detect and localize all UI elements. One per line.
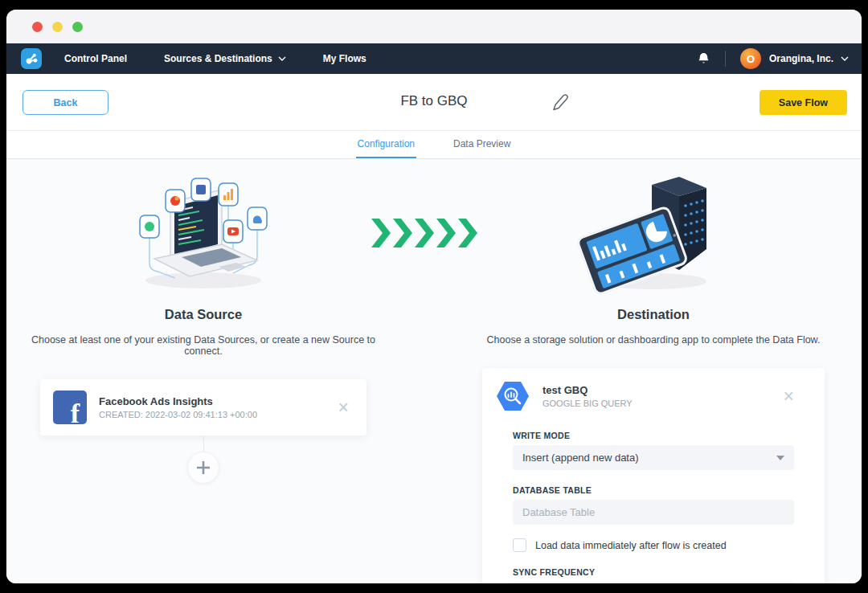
tab-bar: Configuration Data Preview <box>6 130 862 159</box>
nav-item-control-panel[interactable]: Control Panel <box>64 53 127 64</box>
nav-item-my-flows[interactable]: My Flows <box>323 53 366 64</box>
nav-item-label: My Flows <box>323 53 366 64</box>
account-avatar[interactable]: O <box>740 48 761 69</box>
flow-canvas: Data Source Choose at least one of your … <box>6 159 862 583</box>
source-card-text: Facebook Ads Insights CREATED: 2022-03-0… <box>99 395 257 419</box>
nav-right-section: O Orangina, Inc. <box>697 48 849 69</box>
flow-title-wrap: FB to GBQ <box>6 93 862 109</box>
database-table-input[interactable] <box>522 506 784 518</box>
brand-logo[interactable] <box>21 48 42 69</box>
destination-card-gbq: test GBQ GOOGLE BIG QUERY × WRITE MODE I… <box>482 368 825 583</box>
connector-line <box>203 436 204 452</box>
destination-illustration <box>476 167 831 296</box>
load-immediately-row[interactable]: Load data immediately after flow is crea… <box>513 538 794 552</box>
avatar-letter: O <box>747 53 755 65</box>
data-source-column: Data Source Choose at least one of your … <box>16 159 391 484</box>
plus-icon <box>196 460 211 475</box>
pencil-icon[interactable] <box>550 92 569 112</box>
zoom-window-button[interactable] <box>72 22 83 32</box>
source-card-title: Facebook Ads Insights <box>99 395 257 407</box>
destination-card-header: test GBQ GOOGLE BIG QUERY × <box>495 380 794 412</box>
nav-divider <box>725 51 726 67</box>
database-table-field <box>513 500 794 525</box>
account-name[interactable]: Orangina, Inc. <box>769 53 833 64</box>
bell-icon[interactable] <box>697 51 710 66</box>
chevron-down-icon[interactable] <box>841 56 849 61</box>
nav-item-label: Sources & Destinations <box>164 53 272 64</box>
destination-card-text: test GBQ GOOGLE BIG QUERY <box>542 384 633 408</box>
save-flow-button[interactable]: Save Flow <box>760 90 847 115</box>
data-source-heading: Data Source <box>16 307 391 322</box>
sync-frequency-select[interactable]: Daily <box>513 582 794 583</box>
destination-heading: Destination <box>476 307 831 322</box>
back-button[interactable]: Back <box>23 90 108 115</box>
chevron-down-icon <box>776 456 784 460</box>
close-window-button[interactable] <box>32 22 43 32</box>
tab-configuration[interactable]: Configuration <box>356 131 416 158</box>
load-immediately-label: Load data immediately after flow is crea… <box>535 540 727 551</box>
write-mode-select[interactable]: Insert (append new data) <box>513 445 794 470</box>
network-flow-icon <box>24 51 39 66</box>
destination-card-title: test GBQ <box>542 384 633 396</box>
data-source-illustration <box>16 167 391 296</box>
close-icon[interactable]: × <box>784 387 794 406</box>
minimize-window-button[interactable] <box>52 22 63 32</box>
sync-frequency-label: SYNC FREQUENCY <box>513 567 794 577</box>
nav-item-sources-destinations[interactable]: Sources & Destinations <box>164 53 286 64</box>
destination-description: Choose a storage solution or dashboardin… <box>476 334 831 346</box>
screenshot-stage: Control Panel Sources & Destinations My … <box>0 0 868 593</box>
write-mode-label: WRITE MODE <box>513 431 794 440</box>
database-table-label: DATABASE TABLE <box>513 485 794 495</box>
nav-item-label: Control Panel <box>64 53 127 64</box>
bigquery-hexagon-icon <box>495 380 530 412</box>
source-card-facebook[interactable]: f Facebook Ads Insights CREATED: 2022-03… <box>40 379 366 436</box>
add-source-button[interactable] <box>187 452 219 484</box>
load-immediately-checkbox[interactable] <box>513 538 526 552</box>
data-source-description: Choose at least one of your existing Dat… <box>16 334 391 357</box>
top-nav: Control Panel Sources & Destinations My … <box>6 43 862 74</box>
source-card-created: CREATED: 2022-03-02 09:41:13 +00:00 <box>99 410 257 419</box>
chevron-down-icon <box>278 56 286 61</box>
app-window: Control Panel Sources & Destinations My … <box>6 10 862 583</box>
page-title: FB to GBQ <box>400 93 467 108</box>
facebook-icon: f <box>53 391 87 424</box>
write-mode-value: Insert (append new data) <box>522 452 776 464</box>
close-icon[interactable]: × <box>338 399 349 417</box>
tab-data-preview[interactable]: Data Preview <box>452 131 512 158</box>
destination-card-type: GOOGLE BIG QUERY <box>542 399 633 408</box>
destination-column: Destination Choose a storage solution or… <box>476 159 831 583</box>
window-titlebar <box>6 10 862 43</box>
flow-header: Back FB to GBQ Save Flow <box>6 74 862 130</box>
